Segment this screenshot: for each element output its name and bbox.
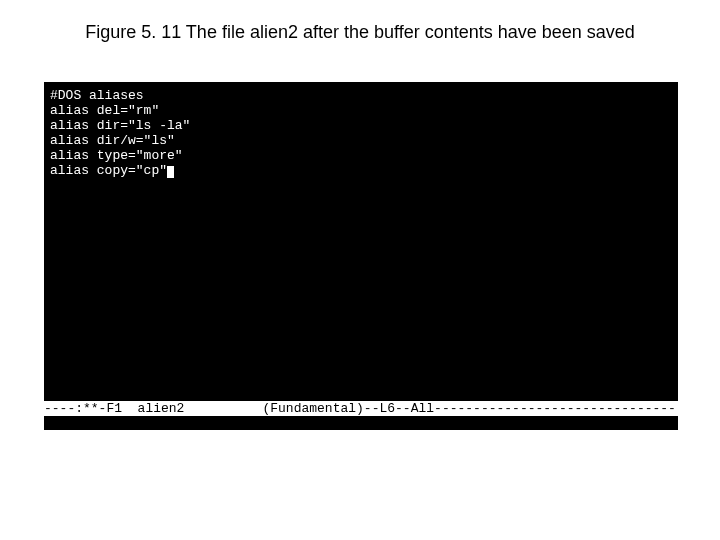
buffer-line: alias del="rm" <box>50 103 159 118</box>
buffer-line: alias copy="cp" <box>50 163 167 178</box>
buffer-line: alias dir="ls -la" <box>50 118 190 133</box>
figure-caption: Figure 5. 11 The file alien2 after the b… <box>0 22 720 43</box>
buffer-area[interactable]: #DOS aliases alias del="rm" alias dir="l… <box>50 88 672 178</box>
modeline-fill: --------------------------------- <box>434 401 678 416</box>
modeline-left: ----:**-F1 alien2 <box>44 401 262 416</box>
text-cursor <box>167 166 174 178</box>
buffer-line: alias dir/w="ls" <box>50 133 175 148</box>
emacs-modeline: ----:**-F1 alien2 (Fundamental)--L6--All… <box>44 401 678 416</box>
buffer-line: alias type="more" <box>50 148 183 163</box>
modeline-mode: (Fundamental)--L6--All <box>262 401 434 416</box>
emacs-terminal: #DOS aliases alias del="rm" alias dir="l… <box>44 82 678 430</box>
buffer-line: #DOS aliases <box>50 88 144 103</box>
